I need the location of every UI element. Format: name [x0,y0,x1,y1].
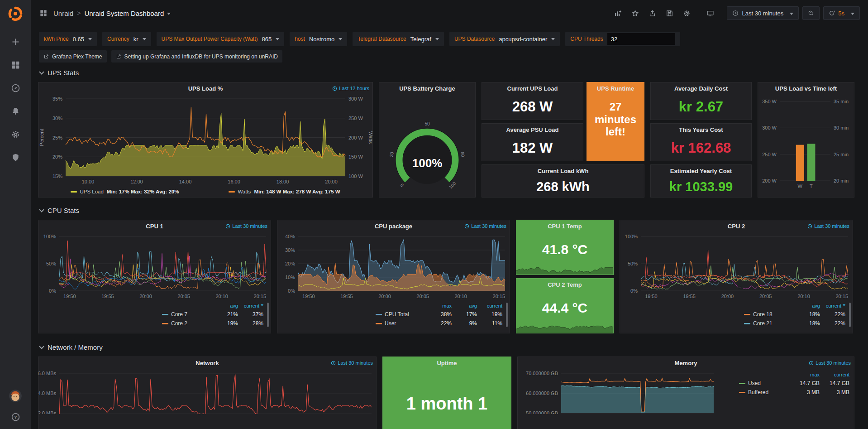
panel-title[interactable]: Current Load kWh [538,168,589,174]
help-icon[interactable]: ? [11,412,20,422]
section-cpu-stats[interactable]: CPU Stats [38,202,861,216]
legend-column-header[interactable]: max [790,372,820,377]
legend-item[interactable]: WattsMin: 148 W Max: 278 W Avg: 175 W [229,189,340,194]
cpu-threads-input[interactable] [607,33,675,45]
refresh-caret-down-icon[interactable] [851,13,854,17]
variable-kwh-price[interactable]: kWh Price 0.65 [39,32,97,46]
memory-chart[interactable]: 70.000000 GB60.000000 GB50.000000 GB [518,369,718,414]
legend-scrollbar[interactable] [267,303,269,327]
panel-title[interactable]: Average PSU Load [506,126,559,133]
panel-title[interactable]: CPU 1 [146,223,163,230]
configuration-gear-icon[interactable] [11,130,20,139]
panel-ups-runtime: UPS Runtime 27 minutes left! [587,82,644,161]
link-ups-monitoring-guide[interactable]: Setting up Grafana and InfluxDB for UPS … [111,50,283,63]
grafana-logo[interactable] [7,5,24,22]
panel-title[interactable]: UPS Load % [188,85,223,92]
link-grafana-plex-theme[interactable]: Grafana Plex Theme [39,50,107,63]
battery-gauge[interactable]: 0205080100100% [379,94,475,197]
legend-series-name[interactable]: Used [748,380,761,386]
explore-compass-icon[interactable] [11,83,20,93]
cpu1-chart[interactable]: 100%50%0%19:5019:5520:0020:0520:1020:15 [38,232,271,301]
panel-title[interactable]: Estimated Yearly Cost [670,168,732,174]
legend-series-name[interactable]: Core 18 [753,311,773,318]
cpu1-temp-sparkline [516,265,613,275]
zoom-out-button[interactable] [802,6,820,20]
legend-series-name[interactable]: User [385,320,396,327]
legend-row[interactable]: Core 1818%22% [744,310,845,319]
panel-title[interactable]: Current UPS Load [507,85,558,92]
legend-series-name[interactable]: Core 7 [171,311,187,318]
legend-series-name[interactable]: Buffered [748,389,768,395]
section-network-memory[interactable]: Network / Memory [38,339,861,353]
legend-column-header[interactable]: current [238,303,263,308]
legend-column-header[interactable]: avg [452,303,477,308]
legend-series-name[interactable]: Watts [238,189,251,194]
add-panel-button[interactable] [611,7,625,19]
variable-currency[interactable]: Currency kr [102,32,151,46]
panel-title[interactable]: CPU 2 [728,223,745,230]
panel-title[interactable]: CPU 1 Temp [548,223,582,230]
ups-load-chart[interactable]: 35%300 W30%250 W25%200 W20%150 W15%100 W… [38,94,372,186]
section-ups-stats[interactable]: UPS Stats [38,64,861,78]
legend-row[interactable]: Core 2118%22% [744,319,845,328]
legend-row[interactable]: CPU Total38%17%19% [376,310,502,319]
legend-column-header[interactable]: current [477,303,502,308]
legend-column-header[interactable]: avg [213,303,238,308]
legend-series-name[interactable]: UPS Load [80,189,103,194]
legend-swatch [739,383,745,384]
legend-row[interactable]: User22%9%11% [376,319,502,328]
alerting-bell-icon[interactable] [11,106,20,116]
panel-title[interactable]: Uptime [437,360,457,366]
network-chart[interactable]: 6.0 MBs4.0 MBs2.0 MBs [38,369,376,414]
legend-series-name[interactable]: Core 2 [171,320,187,327]
legend-row[interactable]: Used14.7 GB14.7 GB [739,379,849,388]
legend-column-header[interactable]: current [820,303,845,308]
legend-row[interactable]: Buffered3 MB3 MB [739,388,849,397]
create-plus-icon[interactable] [11,37,20,47]
panel-title[interactable]: UPS Runtime [597,85,634,92]
legend-series-name[interactable]: Core 21 [753,320,773,327]
title-caret-down-icon[interactable] [167,13,171,17]
legend-series-name[interactable]: CPU Total [385,311,409,318]
panel-title[interactable]: Memory [675,360,697,366]
share-button[interactable] [645,7,659,19]
time-picker-button[interactable]: Last 30 minutes [727,6,799,20]
variable-telegraf-datasource[interactable]: Telegraf Datasource Telegraf [353,32,444,46]
svg-text:60.000000 GB: 60.000000 GB [526,390,558,396]
panel-title[interactable]: Average Daily Cost [674,85,728,92]
legend-row[interactable]: Core 219%28% [162,319,263,328]
star-button[interactable] [628,7,642,19]
panel-title[interactable]: This Years Cost [679,126,723,133]
dashboard-title[interactable]: Unraid System Dashboard [84,10,164,17]
cpu2-chart[interactable]: 100%50%0%19:5019:5520:0020:0520:1020:15 [620,232,853,301]
dashboard-grid-icon[interactable] [39,9,48,18]
legend-scrollbar[interactable] [849,303,851,327]
legend-value: 3 MB [790,389,820,395]
refresh-interval-label[interactable]: 5s [838,10,844,17]
variable-host[interactable]: host Nostromo [290,32,347,46]
user-avatar[interactable] [9,390,22,402]
kiosk-tv-button[interactable] [703,7,717,19]
breadcrumb-app[interactable]: Unraid [53,10,73,17]
panel-title[interactable]: UPS Battery Charge [399,85,455,92]
refresh-button[interactable]: 5s [823,6,860,20]
dashboards-icon[interactable] [11,60,20,70]
legend-scrollbar[interactable] [506,303,508,327]
admin-shield-icon[interactable] [11,153,20,162]
legend-column-header[interactable]: current [820,372,849,377]
variable-ups-datasource[interactable]: UPS Datasource apcupsd-container [449,32,560,46]
panel-title[interactable]: CPU 2 Temp [548,281,582,288]
legend-row[interactable]: Core 721%37% [162,310,263,319]
cpu-package-chart[interactable]: 40%30%20%10%0%19:5019:5520:0020:0520:102… [277,232,510,301]
svg-text:20:15: 20:15 [493,294,506,299]
legend-item[interactable]: UPS LoadMin: 17% Max: 32% Avg: 20% [71,189,179,194]
panel-title[interactable]: UPS Load vs Time left [775,85,837,92]
legend-column-header[interactable]: max [426,303,452,308]
variable-ups-max-output[interactable]: UPS Max Output Power Capacity (Watt) 865 [157,32,285,46]
save-button[interactable] [663,7,676,19]
ups-vs-time-chart[interactable]: 350 W35 min300 W30 min250 W25 min200 W20… [758,94,854,197]
legend-column-header[interactable]: avg [795,303,820,308]
settings-gear-button[interactable] [680,7,693,19]
panel-title[interactable]: CPU package [375,223,412,230]
panel-title[interactable]: Network [196,360,219,366]
